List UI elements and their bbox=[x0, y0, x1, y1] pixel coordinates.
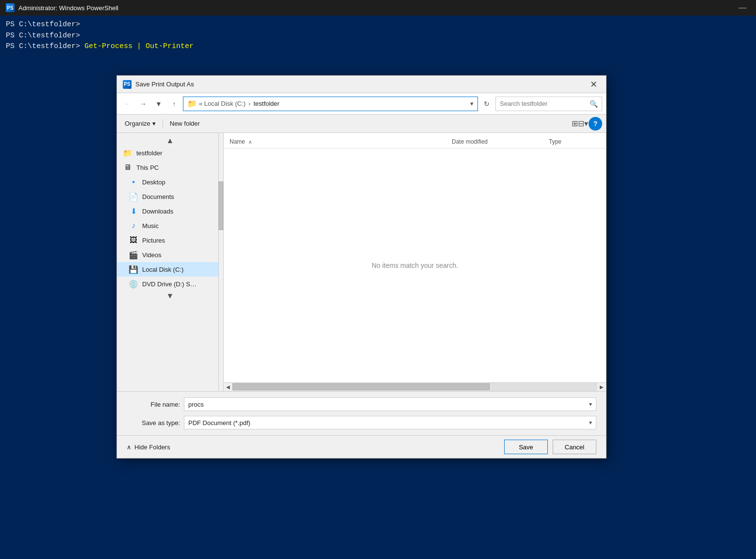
hscroll-right-btn[interactable]: ▶ bbox=[597, 383, 606, 392]
sidebar-item-label: This PC bbox=[136, 164, 159, 171]
cancel-label: Cancel bbox=[565, 444, 584, 451]
dialog-close-button[interactable]: ✕ bbox=[587, 78, 600, 91]
sidebar-item-label: DVD Drive (D:) S… bbox=[142, 280, 197, 288]
documents-icon: 📄 bbox=[129, 192, 138, 201]
filelist-header: Name ∧ Date modified Type bbox=[224, 133, 606, 148]
help-button[interactable]: ? bbox=[589, 117, 602, 131]
sidebar-item-music[interactable]: ♪ Music bbox=[117, 218, 223, 233]
pictures-icon: 🖼 bbox=[129, 236, 138, 245]
sidebar-item-label: testfolder bbox=[136, 149, 162, 157]
dialog-icon: PS bbox=[123, 80, 131, 89]
powershell-title: Administrator: Windows PowerShell bbox=[18, 4, 735, 12]
hscroll-left-btn[interactable]: ◀ bbox=[224, 383, 232, 392]
sidebar-item-label: Music bbox=[142, 222, 159, 230]
ps-line-2: PS C:\testfolder> bbox=[6, 31, 750, 42]
toolbar-separator bbox=[163, 119, 163, 129]
minimize-button[interactable]: — bbox=[735, 3, 750, 12]
sidebar-scroll-down[interactable]: ▼ bbox=[117, 291, 223, 301]
dvddrive-icon: 💿 bbox=[129, 280, 138, 289]
powershell-icon: PS bbox=[6, 3, 15, 12]
sidebar-item-localdisk[interactable]: 💾 Local Disk (C:) bbox=[117, 262, 223, 277]
filelist: Name ∧ Date modified Type No items match… bbox=[224, 133, 606, 391]
sidebar-item-pictures[interactable]: 🖼 Pictures bbox=[117, 233, 223, 247]
powershell-content: PS C:\testfolder> PS C:\testfolder> PS C… bbox=[0, 16, 756, 56]
localdisk-icon: 💾 bbox=[129, 265, 138, 274]
sidebar: ▲ 📁 testfolder 🖥 This PC ▪ Desktop 📄 Doc… bbox=[117, 133, 224, 391]
ps-line-1: PS C:\testfolder> bbox=[6, 19, 750, 31]
new-folder-button[interactable]: New folder bbox=[166, 117, 204, 131]
desktop-icon: ▪ bbox=[129, 178, 138, 186]
empty-message: No items match your search. bbox=[372, 262, 458, 269]
sidebar-item-documents[interactable]: 📄 Documents bbox=[117, 189, 223, 204]
new-folder-label: New folder bbox=[170, 120, 200, 127]
address-bar: ← → ▼ ↑ 📁 « Local Disk (C:) › testfolder… bbox=[117, 93, 606, 115]
path-current: testfolder bbox=[253, 100, 279, 107]
sidebar-item-downloads[interactable]: ⬇ Downloads bbox=[117, 204, 223, 218]
search-icon: 🔍 bbox=[590, 100, 598, 108]
sidebar-item-label: Videos bbox=[142, 251, 162, 259]
path-separator: › bbox=[248, 100, 250, 107]
view-button[interactable]: ⊞⊟ ▾ bbox=[573, 117, 587, 131]
hide-folders-arrow: ∧ bbox=[127, 444, 131, 451]
save-label: Save bbox=[519, 444, 533, 451]
sidebar-item-label: Pictures bbox=[142, 237, 165, 244]
sidebar-scrollbar-thumb[interactable] bbox=[218, 181, 223, 230]
col-type-header[interactable]: Type bbox=[543, 138, 606, 148]
sidebar-item-dvddrive[interactable]: 💿 DVD Drive (D:) S… bbox=[117, 277, 223, 291]
forward-button[interactable]: → bbox=[136, 97, 150, 111]
dialog-titlebar: PS Save Print Output As ✕ bbox=[117, 76, 606, 93]
recent-button[interactable]: ▼ bbox=[152, 97, 165, 111]
sidebar-item-label: Downloads bbox=[142, 208, 173, 215]
save-dialog: PS Save Print Output As ✕ ← → ▼ ↑ 📁 « Lo… bbox=[116, 75, 607, 459]
path-dropdown-arrow[interactable]: ▾ bbox=[470, 100, 474, 107]
filelist-body: No items match your search. bbox=[224, 148, 606, 382]
music-icon: ♪ bbox=[129, 221, 138, 230]
dialog-main: ▲ 📁 testfolder 🖥 This PC ▪ Desktop 📄 Doc… bbox=[117, 133, 606, 391]
help-label: ? bbox=[593, 120, 598, 128]
thispc-icon: 🖥 bbox=[123, 163, 132, 172]
videos-icon: 🎬 bbox=[129, 250, 138, 260]
filetype-label: Save as type: bbox=[127, 419, 180, 427]
save-button[interactable]: Save bbox=[504, 440, 548, 454]
hide-folders-button[interactable]: ∧ Hide Folders bbox=[127, 444, 170, 451]
filename-dropdown[interactable]: ▾ bbox=[589, 401, 592, 408]
col-name-label: Name bbox=[230, 138, 245, 145]
up-button[interactable]: ↑ bbox=[167, 97, 181, 111]
sidebar-item-thispc[interactable]: 🖥 This PC bbox=[117, 160, 223, 175]
sidebar-item-label: Local Disk (C:) bbox=[142, 266, 183, 273]
hscroll-thumb[interactable] bbox=[232, 383, 490, 390]
col-name-header[interactable]: Name ∧ bbox=[224, 138, 446, 148]
refresh-button[interactable]: ↻ bbox=[480, 97, 493, 111]
ps-line-3: PS C:\testfolder> Get-Process | Out-Prin… bbox=[6, 41, 750, 52]
sidebar-item-desktop[interactable]: ▪ Desktop bbox=[117, 175, 223, 189]
filename-label: File name: bbox=[127, 401, 180, 408]
filetype-dropdown[interactable]: ▾ bbox=[589, 419, 592, 426]
sidebar-item-testfolder[interactable]: 📁 testfolder bbox=[117, 146, 223, 160]
hscroll-track[interactable] bbox=[232, 383, 597, 391]
col-sort-arrow: ∧ bbox=[248, 139, 252, 145]
sidebar-item-label: Documents bbox=[142, 193, 174, 200]
back-button[interactable]: ← bbox=[121, 97, 134, 111]
col-date-label: Date modified bbox=[452, 138, 488, 145]
filename-input[interactable]: procs ▾ bbox=[184, 397, 596, 411]
filename-row: File name: procs ▾ bbox=[127, 397, 596, 411]
sidebar-scrollbar[interactable] bbox=[218, 133, 223, 391]
dialog-bottom: File name: procs ▾ Save as type: PDF Doc… bbox=[117, 391, 606, 435]
search-input[interactable] bbox=[500, 100, 590, 107]
path-prefix: « Local Disk (C:) bbox=[199, 100, 246, 107]
address-path[interactable]: 📁 « Local Disk (C:) › testfolder ▾ bbox=[183, 97, 478, 111]
cancel-button[interactable]: Cancel bbox=[553, 440, 596, 454]
hscrollbar: ◀ ▶ bbox=[224, 382, 606, 391]
powershell-titlebar: PS Administrator: Windows PowerShell — bbox=[0, 0, 756, 16]
dialog-footer: ∧ Hide Folders Save Cancel bbox=[117, 435, 606, 458]
toolbar: Organize ▾ New folder ⊞⊟ ▾ ? bbox=[117, 115, 606, 133]
sidebar-scroll-up[interactable]: ▲ bbox=[117, 136, 223, 146]
organize-label: Organize bbox=[125, 120, 150, 127]
sidebar-item-videos[interactable]: 🎬 Videos bbox=[117, 247, 223, 262]
filetype-input[interactable]: PDF Document (*.pdf) ▾ bbox=[184, 416, 596, 429]
sidebar-item-label: Desktop bbox=[142, 179, 165, 186]
col-date-header[interactable]: Date modified bbox=[446, 138, 543, 148]
search-box[interactable]: 🔍 bbox=[495, 97, 602, 111]
filename-value: procs bbox=[188, 401, 204, 408]
organize-button[interactable]: Organize ▾ bbox=[121, 117, 160, 131]
